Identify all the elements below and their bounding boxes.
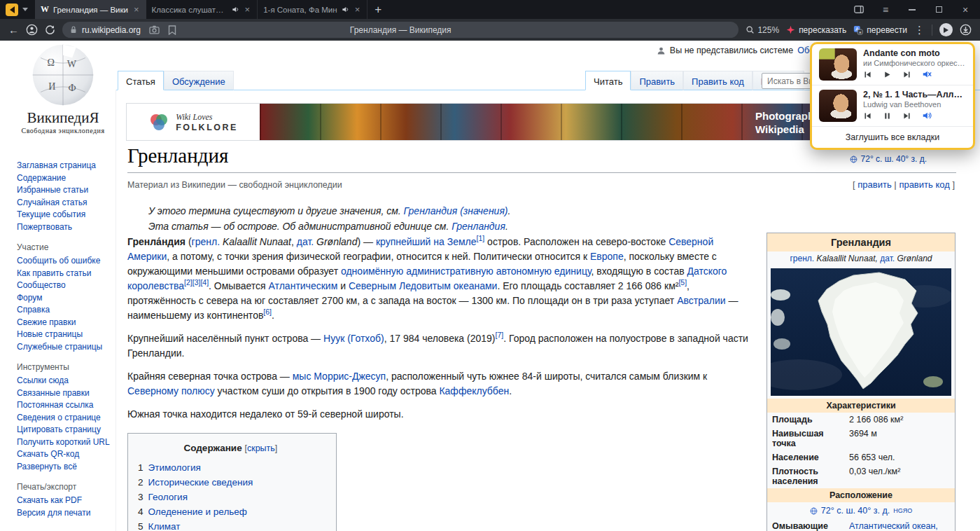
back-icon[interactable]: ←: [8, 24, 19, 36]
reference-link[interactable]: [1]: [477, 234, 485, 242]
sidebar-link[interactable]: Получить короткий URL: [17, 436, 115, 449]
tab-edit-source[interactable]: Править код: [683, 71, 752, 90]
new-tab-button[interactable]: +: [374, 3, 382, 17]
sidebar-link[interactable]: Сведения о странице: [17, 412, 115, 425]
zoom-indicator[interactable]: 125%: [746, 25, 779, 35]
wikipedia-logo[interactable]: Ω W И Ф ВикипедиЯ Свободная энциклопедия: [14, 42, 112, 135]
reference-link[interactable]: [6]: [263, 308, 272, 316]
inline-link[interactable]: мыс Моррис-Джесуп: [293, 371, 386, 382]
next-track-icon[interactable]: [902, 111, 911, 120]
inline-link[interactable]: дат.: [297, 236, 314, 247]
toc-item[interactable]: 1Этимология: [138, 460, 323, 475]
inline-link[interactable]: Гренландия: [451, 221, 505, 232]
side-panel-icon[interactable]: [851, 6, 867, 13]
inline-link[interactable]: крупнейший на Земле: [376, 236, 477, 247]
kebab-menu-icon[interactable]: ⋮: [914, 24, 925, 36]
sidebar-link[interactable]: Ссылки сюда: [17, 375, 115, 387]
downloads-icon[interactable]: [960, 24, 972, 36]
reference-link[interactable]: [5]: [678, 278, 687, 287]
sidebar-link[interactable]: Как править статьи: [17, 268, 115, 280]
edit-source-link[interactable]: править код: [899, 179, 949, 190]
chevron-down-icon[interactable]: [22, 8, 28, 14]
inline-link[interactable]: гренл.: [790, 254, 814, 263]
maximize-button[interactable]: [931, 6, 946, 13]
sidebar-link[interactable]: Служебные страницы: [17, 341, 115, 354]
tab-article[interactable]: Статья: [118, 71, 164, 90]
toc-hide-link[interactable]: скрыть: [247, 443, 275, 453]
pause-icon[interactable]: [883, 111, 892, 120]
sidebar-link[interactable]: Справка: [17, 304, 115, 317]
retell-button[interactable]: пересказать: [786, 25, 846, 35]
toc-item[interactable]: 2Исторические сведения: [138, 475, 323, 490]
reference-link[interactable]: [2][3][4]: [184, 278, 209, 287]
speaker-icon[interactable]: [922, 111, 932, 120]
reference-link[interactable]: [7]: [496, 331, 504, 339]
sidebar-link[interactable]: Цитировать страницу: [17, 424, 115, 436]
sidebar-link[interactable]: Случайная статья: [17, 197, 115, 209]
sidebar-link[interactable]: Пожертвовать: [17, 221, 115, 234]
inline-link[interactable]: Северному полюсу: [127, 385, 215, 396]
sidebar-link[interactable]: Скачать как PDF: [17, 495, 115, 507]
sidebar-link[interactable]: Содержание: [17, 172, 115, 185]
inline-link[interactable]: Каффеклуббен: [439, 385, 509, 396]
inline-link[interactable]: одноимённую административную автономную …: [341, 266, 592, 277]
bookmark-icon[interactable]: [168, 25, 176, 35]
sidebar-link[interactable]: Новые страницы: [17, 329, 115, 341]
sidebar-link[interactable]: Свежие правки: [17, 317, 115, 329]
address-bar[interactable]: ru.wikipedia.org Гренландия — Википедия: [62, 22, 738, 38]
sidebar-link[interactable]: Текущие события: [17, 209, 115, 221]
inline-link[interactable]: Атлантическим: [269, 280, 338, 291]
inline-link[interactable]: гренл.: [192, 236, 220, 247]
tab-close-icon[interactable]: ×: [354, 4, 362, 15]
next-track-icon[interactable]: [902, 70, 911, 79]
sidebar-link[interactable]: Сообщество: [17, 280, 115, 292]
tab-read[interactable]: Читать: [585, 71, 631, 90]
inline-link[interactable]: Европе: [590, 251, 624, 262]
toc-item[interactable]: 4Оледенение и рельеф: [138, 504, 323, 519]
geo-services-links[interactable]: HGЯO: [893, 507, 912, 514]
inline-link[interactable]: Гренландия (значения): [404, 205, 508, 216]
previous-track-icon[interactable]: [863, 111, 872, 120]
minimize-button[interactable]: [904, 9, 920, 11]
tab-audio-icon[interactable]: [232, 6, 239, 13]
sidebar-link[interactable]: Заглавная страница: [17, 160, 115, 172]
tab-talk[interactable]: Обсуждение: [164, 71, 234, 90]
sidebar-link[interactable]: Версия для печати: [17, 507, 115, 520]
browser-tab-sonata[interactable]: 1-я Соната, Фа Мин ×: [258, 0, 368, 19]
browser-logo-icon[interactable]: [6, 4, 18, 16]
tab-close-icon[interactable]: ×: [132, 4, 141, 15]
browser-tab-greenland[interactable]: W Гренландия — Вики ×: [35, 0, 146, 19]
sidebar-link[interactable]: Связанные правки: [17, 387, 115, 400]
sidebar-link[interactable]: Избранные статьи: [17, 184, 115, 197]
infobox-coordinates-link[interactable]: 72° с. ш. 40° з. д. HGЯO: [767, 502, 955, 519]
tab-close-icon[interactable]: ×: [244, 4, 252, 15]
screenshot-icon[interactable]: [149, 25, 160, 34]
toc-item[interactable]: 3Геология: [138, 490, 323, 504]
toc-item[interactable]: 5Климат: [138, 519, 323, 531]
close-window-button[interactable]: ×: [958, 4, 973, 15]
translate-button[interactable]: Aя перевести: [853, 25, 907, 35]
menu-icon[interactable]: ≡: [878, 4, 893, 15]
inline-link[interactable]: Северным Ледовитым океанами: [349, 280, 498, 291]
edit-link[interactable]: править: [858, 179, 891, 190]
sidebar-link[interactable]: Развернуть всё: [17, 461, 115, 474]
inline-link[interactable]: дат.: [880, 254, 895, 263]
video-play-icon[interactable]: [939, 23, 953, 36]
browser-tab-classic-music[interactable]: Классика слушать онлай ×: [146, 0, 258, 19]
muted-speaker-icon[interactable]: [922, 69, 932, 79]
profile-icon[interactable]: [26, 24, 38, 36]
play-icon[interactable]: [883, 70, 892, 79]
tab-audio-icon[interactable]: [342, 6, 349, 13]
inline-link[interactable]: Нуук (Готхоб): [323, 333, 384, 344]
sidebar-link[interactable]: Сообщить об ошибке: [17, 255, 115, 268]
inline-link[interactable]: Австралии: [677, 295, 725, 306]
tab-edit[interactable]: Править: [631, 71, 683, 90]
reload-icon[interactable]: [45, 25, 55, 35]
sidebar-link[interactable]: Постоянная ссылка: [17, 399, 115, 412]
greenland-satellite-map[interactable]: [771, 268, 951, 396]
ocean-link[interactable]: Атлантический океан,: [849, 521, 950, 531]
previous-track-icon[interactable]: [863, 70, 872, 79]
mute-all-tabs-button[interactable]: Заглушить все вкладки: [812, 126, 973, 148]
sidebar-link[interactable]: Скачать QR-код: [17, 448, 115, 461]
sidebar-link[interactable]: Форум: [17, 292, 115, 305]
